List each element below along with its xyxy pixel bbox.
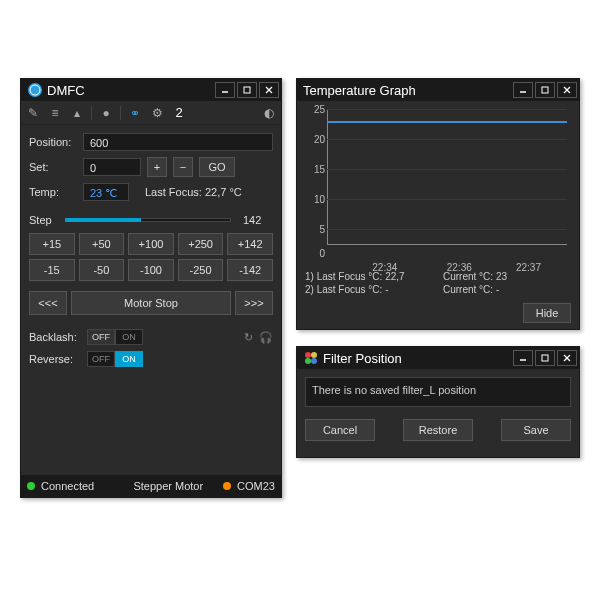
step-plus-2[interactable]: +100 <box>128 233 174 255</box>
xtick: 22:34 <box>372 262 397 273</box>
step-minus-0[interactable]: -15 <box>29 259 75 281</box>
status-motor: Stepper Motor <box>133 480 203 492</box>
xtick: 22:37 <box>516 262 541 273</box>
dmfc-toolbar: ✎ ≡ ▴ ● ⚭ ⚙ 2 ◐ <box>21 101 281 125</box>
svg-rect-6 <box>542 87 548 93</box>
svg-rect-14 <box>542 355 548 361</box>
dmfc-window: DMFC ✎ ≡ ▴ ● ⚭ ⚙ 2 ◐ Position: 600 Set: … <box>20 78 282 498</box>
ytick: 20 <box>307 134 325 145</box>
minimize-button[interactable] <box>513 82 533 98</box>
port-dot <box>223 482 231 490</box>
maximize-button[interactable] <box>535 82 555 98</box>
ytick: 15 <box>307 164 325 175</box>
temperature-window: Temperature Graph 25 20 15 10 5 0 22:34 … <box>296 78 580 330</box>
filter-icon <box>303 350 319 366</box>
app-icon <box>27 82 43 98</box>
temp-title: Temperature Graph <box>303 83 513 98</box>
restore-button[interactable]: Restore <box>403 419 473 441</box>
temp-titlebar[interactable]: Temperature Graph <box>297 79 579 101</box>
bars-icon[interactable]: ≡ <box>47 105 63 121</box>
reverse-label: Reverse: <box>29 353 81 365</box>
step-plus-4[interactable]: +142 <box>227 233 273 255</box>
info-last2: 2) Last Focus °C: - <box>305 284 433 295</box>
backlash-on-toggle[interactable]: ON <box>115 329 143 345</box>
step-minus-1[interactable]: -50 <box>79 259 125 281</box>
step-grid-minus: -15 -50 -100 -250 -142 <box>29 259 273 281</box>
set-plus-button[interactable]: + <box>147 157 167 177</box>
link-icon[interactable]: ⚭ <box>127 105 143 121</box>
backlash-off-toggle[interactable]: OFF <box>87 329 115 345</box>
hide-button[interactable]: Hide <box>523 303 571 323</box>
dmfc-title: DMFC <box>47 83 215 98</box>
motor-stop-button[interactable]: Motor Stop <box>71 291 231 315</box>
filter-message: There is no saved filter_L position <box>305 377 571 407</box>
motor-right-button[interactable]: >>> <box>235 291 273 315</box>
close-button[interactable] <box>557 82 577 98</box>
status-port: COM23 <box>237 480 275 492</box>
up-icon[interactable]: ▴ <box>69 105 85 121</box>
info-cur2: Current °C: - <box>443 284 571 295</box>
circle-icon[interactable]: ● <box>98 105 114 121</box>
motor-left-button[interactable]: <<< <box>29 291 67 315</box>
filter-titlebar[interactable]: Filter Position <box>297 347 579 369</box>
info-icon[interactable]: ◐ <box>261 105 277 121</box>
step-minus-2[interactable]: -100 <box>128 259 174 281</box>
filter-title: Filter Position <box>323 351 513 366</box>
chart-line <box>327 121 567 123</box>
connected-dot <box>27 482 35 490</box>
ytick: 25 <box>307 104 325 115</box>
reverse-off-toggle[interactable]: OFF <box>87 351 115 367</box>
headphones-icon[interactable]: 🎧 <box>259 331 273 344</box>
temp-label: Temp: <box>29 186 77 198</box>
set-input[interactable]: 0 <box>83 158 141 176</box>
step-slider[interactable] <box>65 213 231 227</box>
minimize-button[interactable] <box>215 82 235 98</box>
cancel-button[interactable]: Cancel <box>305 419 375 441</box>
dmfc-titlebar[interactable]: DMFC <box>21 79 281 101</box>
step-minus-4[interactable]: -142 <box>227 259 273 281</box>
ytick: 5 <box>307 224 325 235</box>
set-label: Set: <box>29 161 77 173</box>
xtick: 22:36 <box>447 262 472 273</box>
step-label: Step <box>29 214 59 226</box>
last-focus-text: Last Focus: 22,7 °C <box>145 186 242 198</box>
go-button[interactable]: GO <box>199 157 235 177</box>
svg-point-10 <box>311 352 317 358</box>
save-button[interactable]: Save <box>501 419 571 441</box>
step-minus-3[interactable]: -250 <box>178 259 224 281</box>
dmfc-statusbar: Connected Stepper Motor COM23 <box>21 475 281 497</box>
maximize-button[interactable] <box>237 82 257 98</box>
position-label: Position: <box>29 136 77 148</box>
separator <box>91 106 92 120</box>
ytick: 10 <box>307 194 325 205</box>
close-button[interactable] <box>557 350 577 366</box>
edit-icon[interactable]: ✎ <box>25 105 41 121</box>
step-plus-0[interactable]: +15 <box>29 233 75 255</box>
svg-rect-2 <box>244 87 250 93</box>
close-button[interactable] <box>259 82 279 98</box>
ytick: 0 <box>307 248 325 259</box>
svg-point-9 <box>305 352 311 358</box>
step-plus-1[interactable]: +50 <box>79 233 125 255</box>
status-connected: Connected <box>41 480 94 492</box>
temp-value: 23 ℃ <box>83 183 129 201</box>
step-value: 142 <box>243 214 273 226</box>
set-minus-button[interactable]: − <box>173 157 193 177</box>
toolbar-count: 2 <box>171 105 187 121</box>
separator <box>120 106 121 120</box>
position-value: 600 <box>83 133 273 151</box>
svg-point-12 <box>311 358 317 364</box>
backlash-label: Backlash: <box>29 331 81 343</box>
step-plus-3[interactable]: +250 <box>178 233 224 255</box>
info-last1: 1) Last Focus °C: 22,7 <box>305 271 433 282</box>
filter-window: Filter Position There is no saved filter… <box>296 346 580 458</box>
minimize-button[interactable] <box>513 350 533 366</box>
svg-point-11 <box>305 358 311 364</box>
gear-icon[interactable]: ⚙ <box>149 105 165 121</box>
reverse-on-toggle[interactable]: ON <box>115 351 143 367</box>
temperature-chart: 25 20 15 10 5 0 22:34 22:36 22:37 <box>305 109 571 259</box>
refresh-icon[interactable]: ↻ <box>244 331 253 344</box>
step-grid-plus: +15 +50 +100 +250 +142 <box>29 233 273 255</box>
maximize-button[interactable] <box>535 350 555 366</box>
